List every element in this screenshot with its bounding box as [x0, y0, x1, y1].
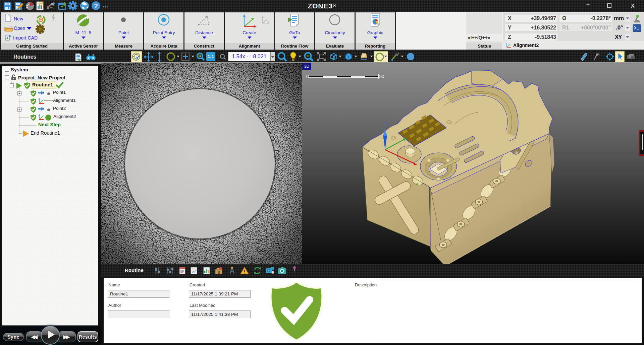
svg-text:A: A [267, 20, 269, 23]
svg-text:Z: Z [384, 121, 386, 126]
svg-text:?: ? [94, 2, 98, 9]
